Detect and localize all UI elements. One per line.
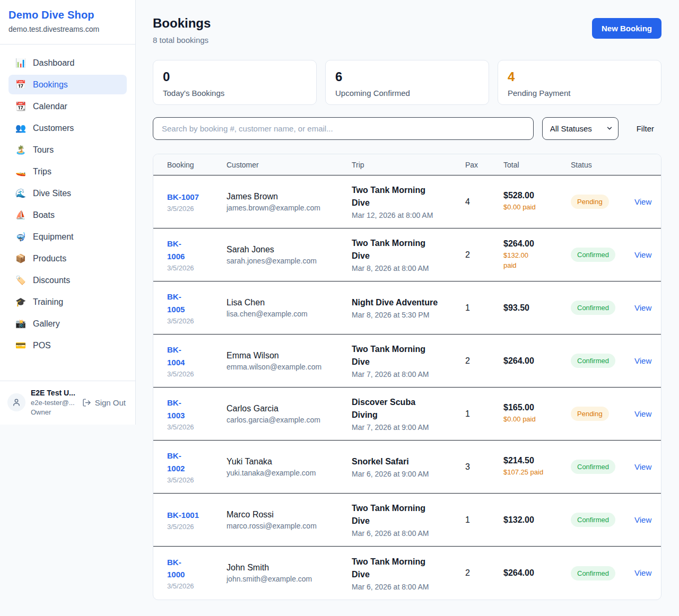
boats-icon: ⛵ (15, 210, 26, 220)
dashboard-icon: 📊 (15, 58, 26, 68)
pax-count: 1 (465, 409, 503, 419)
booking-id-link[interactable]: BK-1001 (167, 509, 199, 521)
status-filter-wrap: All Statuses (542, 117, 619, 140)
table-row: BK-1006 3/5/2026 Sarah Jones sarah.jones… (153, 228, 661, 281)
sidebar-item-bookings[interactable]: 📅 Bookings (8, 75, 127, 94)
page-subtitle: 8 total bookings (153, 36, 211, 45)
sidebar-item-equipment[interactable]: 🤿 Equipment (8, 227, 127, 247)
sidebar-item-dive-sites[interactable]: 🌊 Dive Sites (8, 183, 127, 203)
sidebar-item-calendar[interactable]: 📆 Calendar (8, 96, 127, 116)
table-body: BK-1007 3/5/2026 James Brown james.brown… (153, 175, 661, 600)
sidebar-item-training[interactable]: 🎓 Training (8, 292, 127, 312)
booking-id-link[interactable]: BK-1006 (167, 237, 196, 262)
total-amount: $132.00 (503, 515, 565, 525)
booking-id-link[interactable]: BK-1002 (167, 450, 196, 474)
main-content: Bookings 8 total bookings New Booking 0 … (136, 0, 679, 600)
stat-card-todays-bookings: 0 Today's Bookings (153, 60, 317, 105)
calendar-icon: 📆 (15, 101, 26, 111)
pax-count: 2 (465, 568, 503, 578)
pax-count: 2 (465, 250, 503, 260)
table-row: BK-1005 3/5/2026 Lisa Chen lisa.chen@exa… (153, 281, 661, 335)
total-amount: $264.00 (503, 568, 565, 578)
column-header-customer: Customer (227, 161, 352, 169)
pos-icon: 💳 (15, 340, 26, 350)
sidebar-item-dashboard[interactable]: 📊 Dashboard (8, 53, 127, 73)
person-icon (12, 398, 21, 407)
view-link[interactable]: View (634, 356, 651, 365)
sign-out-icon (82, 398, 91, 407)
booking-id-link[interactable]: BK-1004 (167, 344, 196, 368)
sidebar-item-label: Trips (33, 167, 51, 177)
customer-email: john.smith@example.com (227, 575, 346, 583)
view-link[interactable]: View (634, 303, 651, 312)
trips-icon: 🚤 (15, 166, 26, 177)
booking-id-link[interactable]: BK-1005 (167, 291, 196, 315)
sidebar-item-tours[interactable]: 🏝️ Tours (8, 140, 127, 160)
table-header-row: Booking Customer Trip Pax Total Status (153, 154, 661, 175)
pax-count: 2 (465, 356, 503, 366)
sidebar: Demo Dive Shop demo.test.divestreams.com… (0, 0, 136, 425)
stat-label: Pending Payment (508, 89, 651, 98)
shop-name: Demo Dive Shop (8, 9, 127, 21)
paid-amount: $0.00 paid (503, 203, 565, 213)
stat-value: 4 (508, 71, 651, 83)
customers-icon: 👥 (15, 123, 26, 133)
booking-date: 3/5/2026 (167, 317, 221, 325)
column-header-total: Total (503, 161, 571, 169)
booking-id-link[interactable]: BK-1003 (167, 397, 196, 421)
sidebar-item-products[interactable]: 📦 Products (8, 249, 127, 268)
customer-email: lisa.chen@example.com (227, 310, 346, 318)
customer-email: sarah.jones@example.com (227, 257, 346, 265)
user-name: E2E Test U... (31, 389, 77, 397)
sidebar-nav: 📊 Dashboard 📅 Bookings 📆 Calendar 👥 Cust… (0, 45, 135, 359)
sidebar-item-boats[interactable]: ⛵ Boats (8, 205, 127, 225)
booking-date: 3/5/2026 (167, 370, 221, 378)
sidebar-item-pos[interactable]: 💳 POS (8, 336, 127, 355)
page-header: Bookings 8 total bookings New Booking (153, 16, 661, 45)
column-header-status: Status (571, 161, 634, 169)
booking-id-link[interactable]: BK-1007 (167, 191, 199, 203)
stat-card-upcoming-confirmed: 6 Upcoming Confirmed (325, 60, 489, 105)
products-icon: 📦 (15, 253, 26, 263)
sidebar-item-label: Bookings (33, 80, 68, 90)
pax-count: 3 (465, 462, 503, 472)
sidebar-item-gallery[interactable]: 📸 Gallery (8, 314, 127, 333)
trip-name: Two Tank Morning Dive (352, 184, 440, 209)
view-link[interactable]: View (634, 409, 651, 418)
dive-sites-icon: 🌊 (15, 188, 26, 198)
sidebar-item-customers[interactable]: 👥 Customers (8, 118, 127, 138)
gallery-icon: 📸 (15, 319, 26, 329)
view-link[interactable]: View (634, 568, 651, 577)
view-link[interactable]: View (634, 250, 651, 259)
view-link[interactable]: View (634, 515, 651, 524)
total-amount: $165.00 (503, 403, 565, 412)
sidebar-item-trips[interactable]: 🚤 Trips (8, 162, 127, 181)
paid-amount: $132.00 paid (503, 251, 536, 271)
status-filter-select[interactable]: All Statuses (542, 117, 619, 140)
table-row: BK-1000 3/5/2026 John Smith john.smith@e… (153, 547, 661, 600)
pax-count: 4 (465, 197, 503, 207)
sidebar-item-label: Training (33, 297, 63, 307)
sign-out-button[interactable]: Sign Out (82, 398, 127, 407)
filter-button[interactable]: Filter (627, 124, 661, 133)
stat-label: Upcoming Confirmed (335, 89, 479, 98)
view-link[interactable]: View (634, 462, 651, 471)
view-link[interactable]: View (634, 197, 651, 206)
status-badge: Confirmed (571, 566, 615, 580)
booking-date: 3/5/2026 (167, 423, 221, 431)
trip-datetime: Mar 6, 2026 at 9:00 AM (352, 470, 460, 478)
customer-name: Carlos Garcia (227, 404, 346, 413)
bookings-icon: 📅 (15, 80, 26, 90)
new-booking-button[interactable]: New Booking (592, 18, 661, 39)
trip-name: Two Tank Morning Dive (352, 502, 440, 527)
stat-label: Today's Bookings (163, 89, 307, 98)
sidebar-item-label: Gallery (33, 319, 60, 329)
trip-name: Discover Scuba Diving (352, 396, 440, 421)
status-badge: Pending (571, 195, 609, 209)
sidebar-item-discounts[interactable]: 🏷️ Discounts (8, 270, 127, 290)
trip-datetime: Mar 12, 2026 at 8:00 AM (352, 211, 460, 219)
customer-email: marco.rossi@example.com (227, 522, 346, 530)
bookings-table: Booking Customer Trip Pax Total Status B… (153, 154, 661, 600)
search-input[interactable] (153, 117, 534, 140)
booking-id-link[interactable]: BK-1000 (167, 556, 196, 581)
